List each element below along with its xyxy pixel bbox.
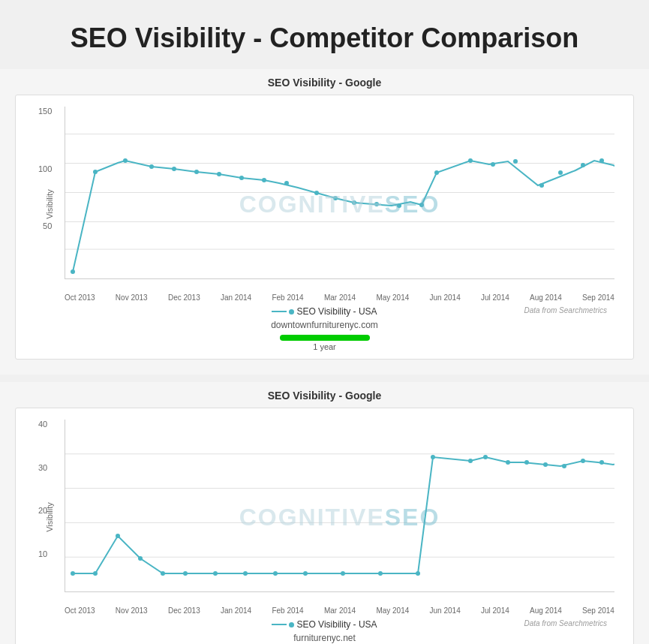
chart2-title: SEO Visibility - Google <box>15 390 634 402</box>
svg-point-47 <box>378 571 383 576</box>
chart2-legend-row: SEO Visibility - USA Data from Searchmet… <box>27 615 622 630</box>
svg-point-24 <box>513 159 518 164</box>
svg-point-17 <box>352 200 356 205</box>
chart2-container: Visibility 40 30 20 10 <box>15 408 634 644</box>
svg-point-13 <box>262 178 266 182</box>
svg-point-19 <box>397 203 401 208</box>
chart1-datasource: Data from Searchmetrics <box>524 306 607 314</box>
chart2-x-labels: Oct 2013 Nov 2013 Dec 2013 Jan 2014 Feb … <box>65 592 614 615</box>
legend-dash2 <box>272 624 287 625</box>
chart2-inner: Visibility 40 30 20 10 <box>65 420 614 615</box>
svg-point-23 <box>491 162 495 167</box>
svg-point-8 <box>149 164 154 169</box>
chart1-grid <box>65 107 614 279</box>
legend-dot2 <box>289 622 294 627</box>
legend-dot <box>289 309 294 314</box>
svg-point-27 <box>581 163 585 167</box>
chart2-svg <box>65 420 614 591</box>
chart2-datasource: Data from Searchmetrics <box>524 619 607 627</box>
svg-point-41 <box>183 571 188 576</box>
chart1-inner: Visibility 150 100 50 <box>65 107 614 302</box>
chart1-domain: downtownfurniturenyc.com <box>27 320 622 330</box>
chart2-legend: SEO Visibility - USA <box>272 619 377 630</box>
page-title: SEO Visibility - Competitor Comparison <box>0 0 649 69</box>
chart1-container: Visibility 150 100 50 <box>15 95 634 360</box>
chart1-section: SEO Visibility - Google Visibility 150 1… <box>0 69 649 375</box>
svg-point-7 <box>123 158 128 163</box>
legend-dash <box>272 311 287 312</box>
chart1-title: SEO Visibility - Google <box>15 77 634 89</box>
svg-point-52 <box>506 460 510 465</box>
svg-point-15 <box>314 191 319 195</box>
chart1-x-labels: Oct 2013 Nov 2013 Dec 2013 Jan 2014 Feb … <box>65 279 614 302</box>
svg-point-57 <box>599 460 604 465</box>
svg-point-38 <box>116 534 120 538</box>
svg-point-51 <box>483 455 488 459</box>
svg-point-25 <box>539 183 544 188</box>
chart1-svg <box>65 107 614 278</box>
svg-point-56 <box>581 459 585 463</box>
svg-point-5 <box>71 269 75 274</box>
svg-point-39 <box>138 556 143 561</box>
chart2-domain: furniturenyc.net <box>27 633 622 643</box>
chart1-legend-label: SEO Visibility - USA <box>296 306 377 317</box>
chart2-legend-label: SEO Visibility - USA <box>296 619 377 630</box>
svg-point-40 <box>161 571 165 576</box>
chart1-legend-row: SEO Visibility - USA Data from Searchmet… <box>27 302 622 317</box>
svg-point-36 <box>71 571 75 576</box>
svg-point-28 <box>599 158 604 163</box>
chart2-y-ticks: 40 30 20 10 <box>38 420 47 592</box>
svg-point-10 <box>194 170 199 174</box>
svg-point-11 <box>217 172 221 176</box>
chart1-period-container: 1 year <box>27 335 622 351</box>
svg-point-55 <box>562 464 566 468</box>
svg-point-26 <box>558 170 563 175</box>
svg-point-42 <box>213 571 218 576</box>
svg-point-37 <box>93 571 98 576</box>
chart2-grid <box>65 420 614 592</box>
svg-point-12 <box>239 176 244 180</box>
svg-point-50 <box>468 459 473 463</box>
svg-point-49 <box>431 455 435 459</box>
svg-point-22 <box>468 158 473 163</box>
svg-point-45 <box>303 571 308 576</box>
svg-point-43 <box>243 571 248 576</box>
chart1-period-bar <box>280 335 370 341</box>
chart1-period-label: 1 year <box>313 342 336 351</box>
svg-point-18 <box>374 202 379 206</box>
svg-point-54 <box>543 462 548 467</box>
svg-point-16 <box>333 196 338 200</box>
chart1-y-ticks: 150 100 50 <box>38 107 52 279</box>
svg-point-9 <box>172 167 176 171</box>
svg-point-48 <box>416 571 420 576</box>
svg-point-53 <box>524 460 529 465</box>
svg-point-6 <box>93 170 98 174</box>
svg-point-14 <box>284 181 289 185</box>
svg-point-21 <box>434 170 439 175</box>
svg-point-20 <box>419 203 424 207</box>
chart2-section: SEO Visibility - Google Visibility 40 30… <box>0 382 649 644</box>
svg-point-44 <box>273 571 278 576</box>
chart1-legend: SEO Visibility - USA <box>272 306 377 317</box>
svg-point-46 <box>341 571 345 576</box>
